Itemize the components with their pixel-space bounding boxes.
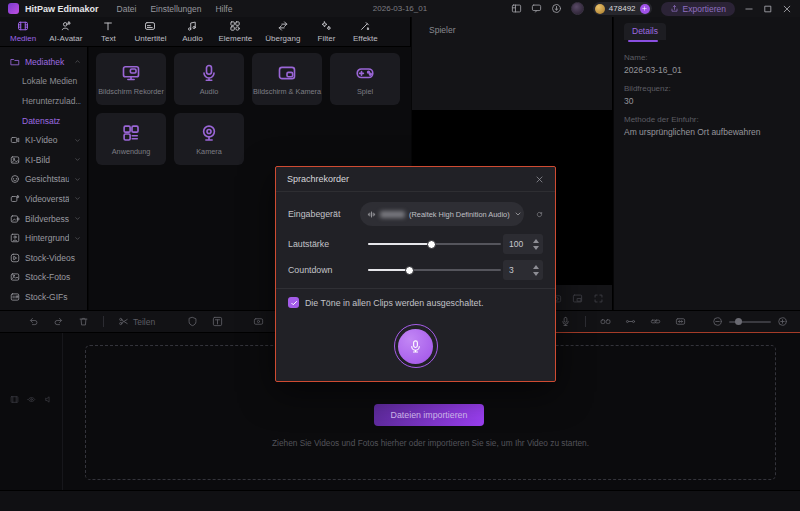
start-recording-button[interactable] [398,329,433,364]
volume-icon[interactable] [44,395,53,404]
crop-icon[interactable] [187,316,198,327]
sidebar-item-lokale-medien[interactable]: Lokale Medien [0,72,87,92]
menu-datei[interactable]: Datei [117,4,137,14]
sidebar-item-videoverstaerkung[interactable]: Videoverstärk... [0,189,87,209]
fit-timeline-icon[interactable] [675,316,686,327]
volume-input[interactable] [509,239,527,249]
refresh-icon[interactable] [536,209,543,220]
mute-clips-checkbox[interactable] [288,297,299,308]
delete-icon[interactable] [78,316,89,327]
dialog-close-icon[interactable] [535,175,544,184]
stepper-up-icon[interactable] [533,265,539,269]
countdown-input[interactable] [509,265,527,275]
export-icon [670,4,679,13]
ai-image-icon [10,155,20,165]
sidebar-item-stock-fotos[interactable]: Stock-Fotos [0,268,87,288]
card-anwendung[interactable]: Anwendung [96,113,166,165]
export-button[interactable]: Exportieren [661,2,735,16]
title-bar: HitPaw Edimakor Datei Einstellungen Hilf… [0,0,800,17]
mini-player-icon[interactable] [572,293,583,304]
countdown-value-box[interactable] [503,260,543,280]
sidebar-item-stock-videos[interactable]: Stock-Videos [0,248,87,268]
countdown-slider-knob[interactable] [405,266,414,275]
split-button[interactable]: Teilen [118,316,155,327]
avatar[interactable] [571,2,584,15]
maximize-button[interactable] [763,4,773,14]
stepper-down-icon[interactable] [533,272,539,276]
tab-text[interactable]: Text [95,20,121,43]
volume-slider-knob[interactable] [427,240,436,249]
card-bildschirm-rekorder[interactable]: Bildschirm Rekorder [96,53,166,105]
sidebar-item-bildverbesserung[interactable]: Bildverbesser... [0,209,87,229]
sidebar-item-stock-gifs[interactable]: Stock-GIFs [0,287,87,307]
card-bildschirm-kamera[interactable]: Bildschirm & Kamera [252,53,322,105]
eye-icon[interactable] [27,395,36,404]
link-icon[interactable] [650,316,661,327]
countdown-slider[interactable] [368,264,501,276]
sidebar-item-datensatz[interactable]: Datensatz [0,111,87,131]
sidebar-item-hintergrund[interactable]: Hintergrund [0,228,87,248]
chevron-down-icon [74,235,81,242]
close-button[interactable] [782,4,792,14]
card-audio[interactable]: Audio [174,53,244,105]
keyframe-icon[interactable] [625,316,636,327]
details-panel: Details Name: 2026-03-16_01 Bildfrequenz… [614,17,800,310]
input-device-select[interactable]: (Realtek High Definition Audio) [360,202,524,226]
tab-uebergang[interactable]: Übergang [265,20,300,43]
quick-text-icon[interactable] [212,316,223,327]
chevron-down-icon [514,210,522,218]
tab-effekte[interactable]: Effekte [352,20,378,43]
zoom-in-icon[interactable] [777,316,788,327]
tab-ai-avatar[interactable]: AI-Avatar [49,20,82,43]
card-spiel[interactable]: Spiel [330,53,400,105]
layout-icon[interactable] [511,3,522,14]
undo-icon[interactable] [28,316,39,327]
app-name: HitPaw Edimakor [25,4,99,14]
import-files-button[interactable]: Dateien importieren [374,404,484,426]
screen-camera-icon [277,63,297,83]
stepper-down-icon[interactable] [533,246,539,250]
minimize-button[interactable] [744,4,754,14]
zoom-slider-knob[interactable] [735,318,742,325]
fullscreen-icon[interactable] [593,293,604,304]
coins-badge[interactable]: 478492 [593,2,652,15]
media-icon [17,20,29,32]
record-icon[interactable] [253,316,264,327]
sidebar-item-gesichtstausch[interactable]: Gesichtstausch [0,170,87,190]
download-icon[interactable] [551,3,562,14]
menu-einstellungen[interactable]: Einstellungen [150,4,201,14]
voiceover-mic-icon[interactable] [560,316,571,327]
zoom-out-icon[interactable] [712,316,723,327]
dialog-title: Sprachrekorder [287,174,535,184]
record-button-ring [394,324,438,368]
sidebar-item-mediathek[interactable]: Mediathek [0,52,87,72]
detach-audio-icon[interactable] [600,316,611,327]
sidebar-item-ki-video[interactable]: KI-Video [0,130,87,150]
add-coins-icon[interactable] [640,4,650,14]
sidebar-item-herunterzuladen[interactable]: Herunterzulad... [0,91,87,111]
voice-recorder-dialog: Sprachrekorder Eingabegerät (Realtek Hig… [275,166,556,382]
card-kamera[interactable]: Kamera [174,113,244,165]
volume-slider[interactable] [368,238,501,250]
volume-stepper[interactable] [533,239,539,250]
film-icon[interactable] [10,395,19,404]
menu-hilfe[interactable]: Hilfe [215,4,232,14]
tab-audio[interactable]: Audio [179,20,205,43]
tab-elemente[interactable]: Elemente [218,20,252,43]
countdown-label: Countdown [288,265,360,275]
stock-photo-icon [10,272,20,282]
volume-value-box[interactable] [503,234,543,254]
sidebar-item-ki-bild[interactable]: KI-Bild [0,150,87,170]
tab-medien[interactable]: Medien [10,20,36,43]
countdown-stepper[interactable] [533,265,539,276]
tab-details[interactable]: Details [624,23,666,40]
stepper-up-icon[interactable] [533,239,539,243]
redo-icon[interactable] [53,316,64,327]
bottom-bar [0,490,800,511]
tab-untertitel[interactable]: Untertitel [134,20,166,43]
feedback-icon[interactable] [531,3,542,14]
tab-filter[interactable]: Filter [313,20,339,43]
timeline-zoom-slider[interactable] [729,321,771,323]
check-icon [290,299,298,307]
ribbon-tabs: Medien AI-Avatar Text Untertitel Audio E… [0,17,411,47]
